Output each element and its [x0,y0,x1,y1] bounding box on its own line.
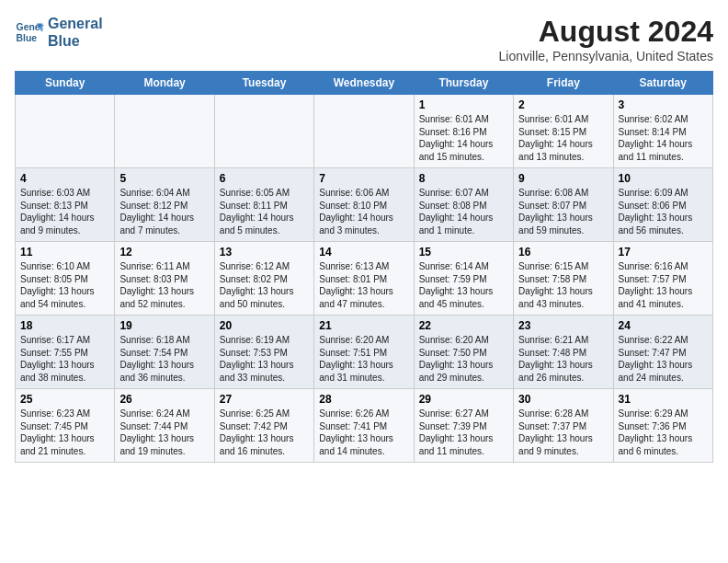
day-number: 8 [419,172,508,185]
logo-icon: General Blue [15,17,44,47]
day-info: Sunrise: 6:03 AM Sunset: 8:13 PM Dayligh… [20,187,109,236]
day-info: Sunrise: 6:09 AM Sunset: 8:06 PM Dayligh… [619,187,708,236]
weekday-header: Thursday [414,72,513,95]
calendar-cell: 15Sunrise: 6:14 AM Sunset: 7:59 PM Dayli… [414,242,513,316]
day-info: Sunrise: 6:23 AM Sunset: 7:45 PM Dayligh… [20,408,109,457]
calendar-cell: 7Sunrise: 6:06 AM Sunset: 8:10 PM Daylig… [314,168,414,242]
weekday-header: Wednesday [314,72,414,95]
day-info: Sunrise: 6:19 AM Sunset: 7:53 PM Dayligh… [220,334,309,384]
day-number: 10 [619,172,708,185]
calendar-cell: 1Sunrise: 6:01 AM Sunset: 8:16 PM Daylig… [414,95,513,168]
day-info: Sunrise: 6:26 AM Sunset: 7:41 PM Dayligh… [319,408,408,457]
location: Lionville, Pennsylvania, United States [499,49,713,63]
calendar-cell: 21Sunrise: 6:20 AM Sunset: 7:51 PM Dayli… [314,316,414,389]
day-number: 25 [20,393,109,406]
calendar-cell: 6Sunrise: 6:05 AM Sunset: 8:11 PM Daylig… [214,168,313,242]
day-info: Sunrise: 6:01 AM Sunset: 8:15 PM Dayligh… [518,113,608,163]
calendar-cell: 2Sunrise: 6:01 AM Sunset: 8:15 PM Daylig… [514,95,613,168]
day-number: 31 [619,393,708,406]
title-block: August 2024 Lionville, Pennsylvania, Uni… [499,15,713,63]
calendar-cell [314,95,414,168]
day-info: Sunrise: 6:11 AM Sunset: 8:03 PM Dayligh… [119,260,209,310]
weekday-header: Sunday [16,72,115,95]
calendar-cell: 14Sunrise: 6:13 AM Sunset: 8:01 PM Dayli… [314,242,414,316]
day-info: Sunrise: 6:20 AM Sunset: 7:50 PM Dayligh… [419,334,508,384]
day-number: 13 [220,246,309,259]
calendar-cell: 18Sunrise: 6:17 AM Sunset: 7:55 PM Dayli… [16,316,115,389]
day-number: 2 [518,98,608,111]
day-number: 29 [419,393,508,406]
logo: General Blue General Blue [15,15,103,50]
calendar-cell: 20Sunrise: 6:19 AM Sunset: 7:53 PM Dayli… [214,316,313,389]
day-info: Sunrise: 6:06 AM Sunset: 8:10 PM Dayligh… [319,187,408,236]
day-info: Sunrise: 6:05 AM Sunset: 8:11 PM Dayligh… [220,187,309,236]
calendar-table: SundayMondayTuesdayWednesdayThursdayFrid… [15,71,713,463]
day-number: 17 [619,246,708,259]
day-info: Sunrise: 6:21 AM Sunset: 7:48 PM Dayligh… [518,334,608,384]
logo-blue: Blue [48,32,103,50]
day-number: 24 [619,319,708,332]
calendar-cell: 3Sunrise: 6:02 AM Sunset: 8:14 PM Daylig… [613,95,712,168]
weekday-header: Tuesday [214,72,313,95]
calendar-cell: 13Sunrise: 6:12 AM Sunset: 8:02 PM Dayli… [214,242,313,316]
calendar-cell [115,95,214,168]
calendar-cell: 17Sunrise: 6:16 AM Sunset: 7:57 PM Dayli… [613,242,712,316]
day-info: Sunrise: 6:28 AM Sunset: 7:37 PM Dayligh… [518,408,608,457]
day-number: 5 [119,172,209,185]
calendar-cell: 16Sunrise: 6:15 AM Sunset: 7:58 PM Dayli… [514,242,613,316]
day-info: Sunrise: 6:18 AM Sunset: 7:54 PM Dayligh… [119,334,209,384]
svg-text:Blue: Blue [17,33,38,43]
calendar-cell: 28Sunrise: 6:26 AM Sunset: 7:41 PM Dayli… [314,389,414,463]
day-number: 11 [20,246,109,259]
day-info: Sunrise: 6:27 AM Sunset: 7:39 PM Dayligh… [419,408,508,457]
calendar-cell: 27Sunrise: 6:25 AM Sunset: 7:42 PM Dayli… [214,389,313,463]
day-info: Sunrise: 6:13 AM Sunset: 8:01 PM Dayligh… [319,260,408,310]
day-number: 12 [119,246,209,259]
calendar-cell: 31Sunrise: 6:29 AM Sunset: 7:36 PM Dayli… [613,389,712,463]
day-number: 4 [20,172,109,185]
day-info: Sunrise: 6:08 AM Sunset: 8:07 PM Dayligh… [518,187,608,236]
page-header: General Blue General Blue August 2024 Li… [15,15,713,63]
calendar-cell: 19Sunrise: 6:18 AM Sunset: 7:54 PM Dayli… [115,316,214,389]
weekday-header: Monday [115,72,214,95]
day-info: Sunrise: 6:29 AM Sunset: 7:36 PM Dayligh… [619,408,708,457]
day-number: 15 [419,246,508,259]
calendar-cell: 30Sunrise: 6:28 AM Sunset: 7:37 PM Dayli… [514,389,613,463]
weekday-header: Saturday [613,72,712,95]
day-number: 22 [419,319,508,332]
day-number: 28 [319,393,408,406]
day-number: 3 [619,98,708,111]
calendar-cell: 24Sunrise: 6:22 AM Sunset: 7:47 PM Dayli… [613,316,712,389]
calendar-cell: 9Sunrise: 6:08 AM Sunset: 8:07 PM Daylig… [514,168,613,242]
day-number: 26 [119,393,209,406]
day-number: 19 [119,319,209,332]
day-info: Sunrise: 6:25 AM Sunset: 7:42 PM Dayligh… [220,408,309,457]
day-info: Sunrise: 6:01 AM Sunset: 8:16 PM Dayligh… [419,113,508,163]
day-number: 20 [220,319,309,332]
weekday-header: Friday [514,72,613,95]
month-year: August 2024 [499,15,713,49]
logo-general: General [48,15,103,32]
day-info: Sunrise: 6:02 AM Sunset: 8:14 PM Dayligh… [619,113,708,163]
day-number: 14 [319,246,408,259]
day-number: 30 [518,393,608,406]
day-info: Sunrise: 6:22 AM Sunset: 7:47 PM Dayligh… [619,334,708,384]
day-info: Sunrise: 6:14 AM Sunset: 7:59 PM Dayligh… [419,260,508,310]
calendar-cell: 29Sunrise: 6:27 AM Sunset: 7:39 PM Dayli… [414,389,513,463]
day-info: Sunrise: 6:15 AM Sunset: 7:58 PM Dayligh… [518,260,608,310]
calendar-cell: 25Sunrise: 6:23 AM Sunset: 7:45 PM Dayli… [16,389,115,463]
day-number: 21 [319,319,408,332]
day-number: 6 [220,172,309,185]
day-info: Sunrise: 6:20 AM Sunset: 7:51 PM Dayligh… [319,334,408,384]
calendar-cell: 12Sunrise: 6:11 AM Sunset: 8:03 PM Dayli… [115,242,214,316]
day-number: 1 [419,98,508,111]
day-info: Sunrise: 6:16 AM Sunset: 7:57 PM Dayligh… [619,260,708,310]
day-number: 7 [319,172,408,185]
day-info: Sunrise: 6:24 AM Sunset: 7:44 PM Dayligh… [119,408,209,457]
calendar-cell: 5Sunrise: 6:04 AM Sunset: 8:12 PM Daylig… [115,168,214,242]
calendar-cell [214,95,313,168]
calendar-cell: 11Sunrise: 6:10 AM Sunset: 8:05 PM Dayli… [16,242,115,316]
calendar-cell: 22Sunrise: 6:20 AM Sunset: 7:50 PM Dayli… [414,316,513,389]
day-number: 23 [518,319,608,332]
day-number: 9 [518,172,608,185]
